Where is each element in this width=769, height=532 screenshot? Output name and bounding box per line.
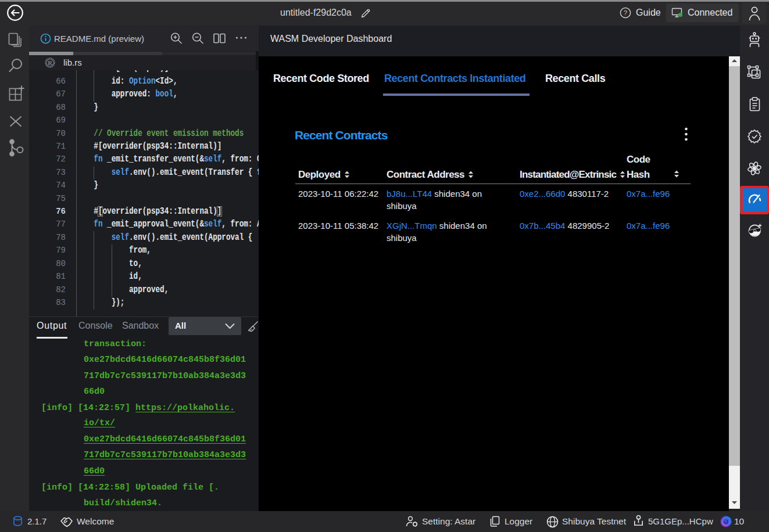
svg-text:?: ? [624, 9, 627, 16]
svg-text:R: R [48, 60, 52, 66]
